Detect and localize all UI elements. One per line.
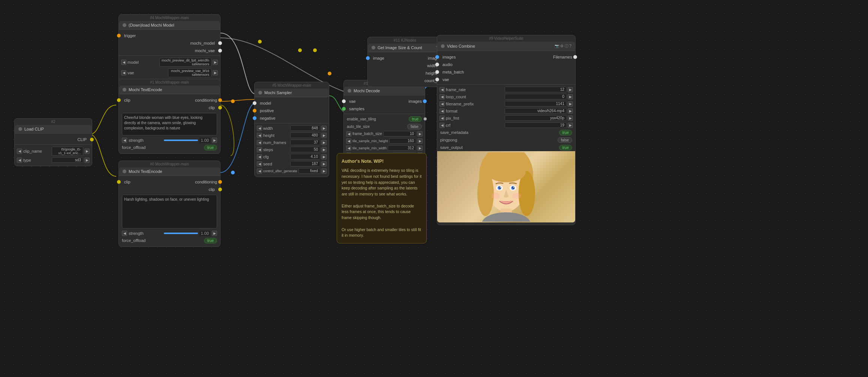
- arrow-right-cfg[interactable]: ▶: [321, 154, 327, 159]
- arrow-right-filename[interactable]: ▶: [568, 101, 573, 107]
- arrow-left-seed[interactable]: ◀: [257, 161, 262, 167]
- arrow-right-frames[interactable]: ▶: [321, 140, 327, 145]
- arrow-right-model[interactable]: ▶: [213, 60, 218, 65]
- arrow-left-clipname[interactable]: ◀: [17, 149, 22, 154]
- arrow-right-clipname[interactable]: ▶: [84, 149, 90, 154]
- label-mochi-vae: mochi_vae: [195, 48, 215, 53]
- node-textencode-pos: #1 MochiWrapper-main Mochi TextEncode cl…: [118, 79, 220, 154]
- arrow-right-width[interactable]: ▶: [321, 126, 327, 131]
- slider-track-pos[interactable]: [164, 140, 198, 141]
- arrow-left-tile-min-w[interactable]: ◀: [346, 146, 351, 151]
- toggle-force-offload-pos[interactable]: true: [204, 145, 217, 150]
- port-meta-batch-in[interactable]: [435, 70, 439, 74]
- port-audio-in[interactable]: [435, 63, 439, 66]
- face-svg: [476, 152, 536, 222]
- port-positive-in[interactable]: [253, 109, 256, 113]
- arrow-left-height[interactable]: ◀: [257, 133, 262, 138]
- arrow-right-tile-min-w[interactable]: ▶: [417, 146, 423, 151]
- arrow-left-crf[interactable]: ◀: [439, 123, 445, 128]
- arrow-left-frame-batch[interactable]: ◀: [346, 131, 351, 137]
- port-clip-pos-in[interactable]: [117, 98, 121, 102]
- node-title-textencode-neg: Mochi TextEncode: [129, 169, 162, 174]
- value-filename-prefix: 1141: [505, 101, 567, 107]
- port-images-out[interactable]: [423, 99, 427, 103]
- field-steps: ◀ steps 50 ▶: [255, 146, 329, 153]
- arrow-left-vae[interactable]: ◀: [121, 70, 126, 75]
- port-mochi-model-out[interactable]: [218, 41, 222, 45]
- toggle-save-metadata[interactable]: true: [559, 130, 572, 135]
- textencode-pos-text[interactable]: Cheerful blonde woman with blue eyes, lo…: [122, 113, 217, 135]
- toggle-pingpong[interactable]: false: [558, 137, 572, 143]
- arrow-right-loop-count[interactable]: ▶: [568, 94, 573, 99]
- arrow-left-tile-min-h[interactable]: ◀: [346, 138, 351, 144]
- output-mochi-model: mochi_model: [119, 39, 220, 47]
- toggle-save-output[interactable]: true: [559, 145, 572, 150]
- arrow-left-width[interactable]: ◀: [257, 126, 262, 131]
- arrow-left-strength-neg[interactable]: ◀: [122, 231, 127, 236]
- arrow-right-strength-pos[interactable]: ▶: [212, 138, 217, 143]
- arrow-right-crf[interactable]: ▶: [568, 123, 573, 128]
- port-clip-neg-out[interactable]: [218, 188, 222, 191]
- arrow-left-strength-pos[interactable]: ◀: [122, 138, 127, 143]
- slider-track-neg[interactable]: [164, 233, 198, 234]
- port-mochi-vae-out[interactable]: [218, 49, 222, 53]
- arrow-right-frame-rate[interactable]: ▶: [568, 87, 573, 92]
- port-model-in[interactable]: [253, 101, 256, 105]
- arrow-right-strength-neg[interactable]: ▶: [212, 231, 217, 236]
- port-conditioning-pos-out[interactable]: [218, 98, 222, 102]
- port-clip-pos-out[interactable]: [218, 106, 222, 110]
- arrow-left-model[interactable]: ◀: [121, 60, 126, 65]
- arrow-right-seed[interactable]: ▶: [321, 161, 327, 167]
- row-pingpong: pingpong false: [437, 136, 575, 144]
- row-force-offload-neg: force_offload true: [119, 237, 220, 244]
- arrow-left-type[interactable]: ◀: [17, 158, 22, 163]
- value-frame-batch: 10: [383, 131, 416, 137]
- port-vae-decode-in[interactable]: [342, 99, 346, 103]
- arrow-right-frame-batch[interactable]: ▶: [417, 131, 423, 137]
- label-clip-neg-out: clip: [208, 187, 215, 192]
- port-clip-neg-in[interactable]: [117, 180, 121, 184]
- port-clip-out[interactable]: [90, 138, 94, 141]
- arrow-right-tile-min-h[interactable]: ▶: [417, 138, 423, 144]
- node-body-clip: CLIP ◀ clip_name t5/google_t5-v1_1-xxl_e…: [15, 134, 92, 166]
- arrow-left-pix-fmt[interactable]: ◀: [439, 116, 445, 121]
- label-control-after: control_after_generate: [263, 169, 297, 173]
- arrow-left-format[interactable]: ◀: [439, 108, 445, 114]
- arrow-left-cfg[interactable]: ◀: [257, 154, 262, 159]
- arrow-left-frames[interactable]: ◀: [257, 140, 262, 145]
- node-title-decode: Mochi Decode: [354, 89, 380, 93]
- arrow-right-type[interactable]: ▶: [84, 158, 90, 163]
- textencode-neg-text[interactable]: Harsh lighting, shadows on face, or unev…: [122, 195, 217, 228]
- port-image-kjnodes-in[interactable]: [366, 56, 370, 60]
- arrow-right-pix-fmt[interactable]: ▶: [568, 116, 573, 121]
- input-negative: negative: [255, 114, 329, 122]
- node-mochi-sampler: #5 MochiWrapper-main Mochi Sampler model…: [254, 82, 329, 177]
- toggle-force-offload-neg[interactable]: true: [204, 238, 217, 243]
- svg-point-10: [487, 161, 526, 182]
- value-crf: 19: [505, 122, 567, 128]
- toggle-auto-tile[interactable]: false: [407, 124, 422, 129]
- arrow-left-loop-count[interactable]: ◀: [439, 94, 445, 99]
- arrow-left-frame-rate[interactable]: ◀: [439, 87, 445, 92]
- help-icons-video: 📷 ⚙ ⓘ ?: [555, 44, 571, 49]
- port-images-video-in[interactable]: [435, 55, 439, 59]
- arrow-right-height[interactable]: ▶: [321, 133, 327, 138]
- arrow-right-format[interactable]: ▶: [568, 108, 573, 114]
- node-wrapper-title-clip: #2: [15, 119, 92, 125]
- arrow-right-vae[interactable]: ▶: [213, 70, 218, 75]
- port-conditioning-neg-out[interactable]: [218, 180, 222, 184]
- port-negative-in[interactable]: [253, 116, 256, 120]
- arrow-left-steps[interactable]: ◀: [257, 147, 262, 152]
- arrow-left-filename[interactable]: ◀: [439, 101, 445, 107]
- arrow-left-control[interactable]: ◀: [257, 168, 262, 174]
- port-filenames-out[interactable]: [573, 55, 577, 59]
- arrow-right-steps[interactable]: ▶: [321, 147, 327, 152]
- port-trigger-in[interactable]: [117, 34, 121, 38]
- input-meta-batch: meta_batch: [437, 68, 575, 76]
- port-vae-video-in[interactable]: [435, 78, 439, 81]
- toggle-enable-tiling[interactable]: true: [409, 116, 422, 122]
- port-samples-in[interactable]: [342, 107, 346, 111]
- port-enable-tiling[interactable]: [424, 117, 427, 120]
- arrow-right-control[interactable]: ▶: [321, 168, 327, 174]
- value-cfg: 4.10: [290, 154, 321, 159]
